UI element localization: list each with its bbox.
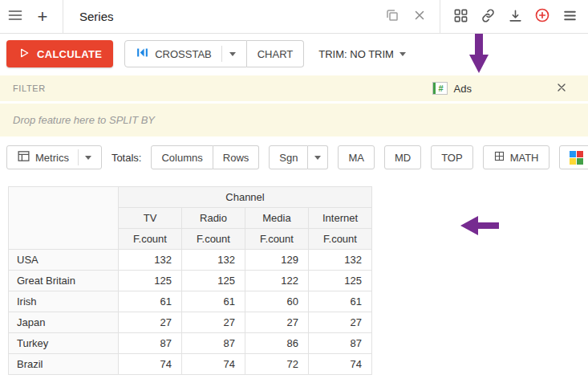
value-cell: 27 (245, 312, 309, 333)
measure-header[interactable]: F.count (182, 229, 245, 250)
md-label: MD (395, 152, 411, 164)
measure-header[interactable]: F.count (119, 229, 182, 250)
value-cell: 60 (245, 291, 309, 312)
row-label: Great Britain (9, 271, 119, 291)
math-grid-icon (493, 150, 505, 165)
value-cell: 27 (182, 312, 245, 333)
value-cell: 87 (182, 333, 245, 354)
menu-button[interactable] (2, 3, 29, 31)
column-header-media[interactable]: Media (245, 208, 309, 229)
link-icon (481, 8, 496, 26)
row-label: USA (9, 250, 119, 271)
view-switch-group: CROSSTAB CHART (124, 40, 304, 67)
totals-label: Totals: (112, 152, 142, 164)
divider (221, 46, 222, 62)
ma-button[interactable]: MA (338, 145, 375, 169)
split-by-dropzone[interactable]: Drop feature here to SPLIT BY (0, 104, 588, 136)
row-label: Turkey (9, 333, 119, 354)
value-cell: 61 (182, 291, 245, 312)
totals-group: Columns Rows (151, 145, 259, 169)
table-row: USA132132129132 (9, 250, 372, 271)
value-cell: 132 (309, 250, 372, 271)
table-group-row: Channel (9, 187, 372, 208)
calculate-button[interactable]: CALCULATE (6, 40, 113, 67)
list-button[interactable] (556, 3, 583, 31)
value-cell: 61 (119, 291, 182, 312)
dashboard-button[interactable] (447, 3, 474, 31)
color-palette-dropdown[interactable] (559, 145, 588, 169)
sgn-button[interactable]: Sgn (269, 145, 308, 169)
value-cell: 74 (182, 354, 245, 375)
split-by-placeholder: Drop feature here to SPLIT BY (13, 114, 155, 126)
math-label: MATH (510, 152, 539, 164)
copy-icon (385, 8, 399, 25)
add-dataset-button[interactable] (529, 3, 556, 31)
trim-label: TRIM: NO TRIM (318, 48, 394, 60)
download-button[interactable] (501, 3, 529, 31)
close-icon (412, 8, 427, 25)
value-cell: 125 (309, 271, 372, 291)
column-header-tv[interactable]: TV (119, 208, 182, 229)
filter-remove-button[interactable] (548, 75, 575, 102)
duplicate-tab-button[interactable] (379, 3, 406, 31)
tab-title[interactable]: Series (79, 10, 114, 23)
measure-header[interactable]: F.count (309, 229, 372, 250)
value-cell: 132 (182, 250, 245, 271)
action-bar: CALCULATE CROSSTAB CHART TRIM: NO TRIM (0, 34, 588, 75)
measure-header[interactable]: F.count (245, 229, 309, 250)
chart-button[interactable]: CHART (247, 40, 305, 67)
trim-dropdown[interactable]: TRIM: NO TRIM (315, 48, 409, 60)
math-button[interactable]: MATH (483, 145, 549, 169)
totals-rows-button[interactable]: Rows (213, 145, 260, 169)
value-cell: 87 (309, 333, 372, 354)
value-cell: 86 (245, 333, 309, 354)
close-tab-button[interactable] (406, 3, 433, 31)
table-row: Irish61616061 (9, 291, 372, 312)
md-button[interactable]: MD (384, 145, 421, 169)
table-row: Brazil74747274 (9, 354, 372, 375)
metrics-toolbar: Metrics Totals: Columns Rows Sgn MA MD (0, 136, 588, 178)
data-table: Channel TVRadioMediaInternet F.countF.co… (8, 186, 372, 375)
value-cell: 27 (119, 312, 182, 333)
crosstab-label: CROSSTAB (155, 48, 212, 60)
chart-label: CHART (258, 48, 294, 60)
value-cell: 74 (119, 354, 182, 375)
sgn-dropdown[interactable] (308, 145, 328, 169)
group-header[interactable]: Channel (119, 187, 372, 208)
column-header-internet[interactable]: Internet (309, 208, 372, 229)
close-icon (555, 81, 568, 96)
filter-chip-label: Ads (454, 83, 472, 95)
row-label: Brazil (9, 354, 119, 375)
top-button[interactable]: TOP (431, 145, 473, 169)
dashboard-grid-icon (453, 8, 468, 26)
filter-chip-ads[interactable]: # Ads (432, 82, 472, 95)
divider (78, 149, 79, 165)
numeric-feature-icon: # (432, 82, 448, 95)
value-cell: 87 (119, 333, 182, 354)
column-header-radio[interactable]: Radio (182, 208, 245, 229)
crosstab-button[interactable]: CROSSTAB (124, 40, 247, 67)
chevron-down-icon (399, 52, 406, 56)
value-cell: 74 (309, 354, 372, 375)
value-cell: 125 (182, 271, 245, 291)
add-tab-button[interactable]: + (29, 3, 56, 31)
hamburger-icon (7, 7, 23, 26)
top-bar: + Series (0, 0, 588, 34)
corner-cell (9, 187, 119, 250)
filter-label: FILTER (13, 84, 46, 93)
row-label: Japan (9, 312, 119, 333)
app-window: + Series (0, 0, 588, 387)
value-cell: 61 (309, 291, 372, 312)
ma-label: MA (348, 152, 364, 164)
chevron-down-icon (229, 52, 236, 56)
top-label: TOP (441, 152, 463, 164)
value-cell: 132 (119, 250, 182, 271)
metrics-dropdown[interactable]: Metrics (6, 145, 102, 169)
link-button[interactable] (474, 3, 501, 31)
crosstab-icon (136, 46, 149, 62)
sgn-group: Sgn (269, 145, 328, 169)
totals-columns-button[interactable]: Columns (151, 145, 213, 169)
palette-icon (570, 151, 583, 165)
table-row: Turkey87878687 (9, 333, 372, 354)
rows-label: Rows (223, 152, 249, 164)
